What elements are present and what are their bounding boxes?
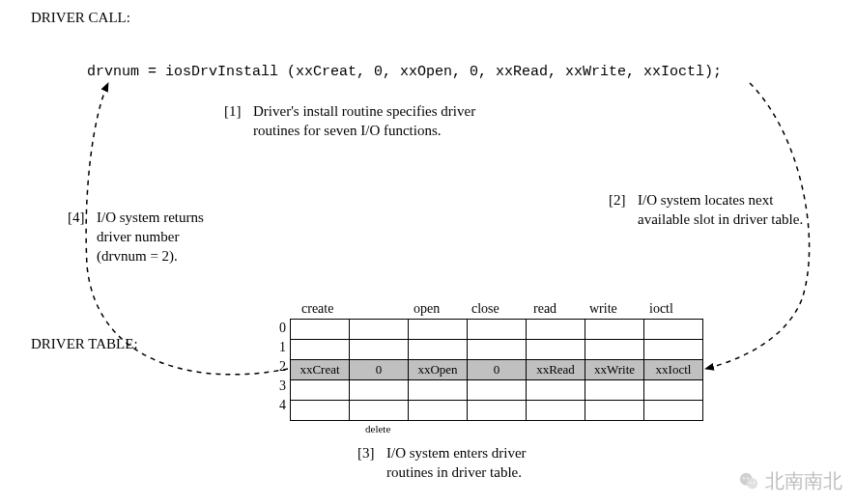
svg-point-1 xyxy=(747,478,757,489)
note-4-line1: I/O system returns xyxy=(97,209,204,227)
cell-close: 0 xyxy=(468,360,527,380)
col-header-create: create xyxy=(301,301,333,317)
cell-create: xxCreat xyxy=(291,360,350,380)
row-header-0: 0 xyxy=(272,321,286,336)
col-header-open: open xyxy=(414,301,440,317)
row-header-3: 3 xyxy=(272,378,286,394)
col-header-ioctl: ioctl xyxy=(649,301,673,317)
row-header-4: 4 xyxy=(272,398,286,413)
col-header-read: read xyxy=(533,301,556,317)
cell-open: xxOpen xyxy=(409,360,468,380)
note-2-tag: [2] xyxy=(609,191,626,210)
note-4-tag: [4] xyxy=(68,209,85,227)
note-4-line2: driver number xyxy=(97,228,179,246)
col-header-close: close xyxy=(471,301,499,317)
row-header-2: 2 xyxy=(272,359,286,375)
section-title-driver-table: DRIVER TABLE: xyxy=(31,336,138,352)
watermark-text: 北南南北 xyxy=(765,468,842,494)
svg-point-4 xyxy=(750,482,752,484)
note-3-line2: routines in driver table. xyxy=(386,463,522,482)
wechat-icon xyxy=(738,471,759,492)
col-header-write: write xyxy=(589,301,617,317)
cell-write: xxWrite xyxy=(585,360,644,380)
driver-table: xxCreat 0 xxOpen 0 xxRead xxWrite xxIoct… xyxy=(290,319,703,421)
note-2-line2: available slot in driver table. xyxy=(638,210,803,229)
note-4-line3: (drvnum = 2). xyxy=(97,247,178,266)
section-title-driver-call: DRIVER CALL: xyxy=(31,10,130,26)
svg-point-3 xyxy=(747,477,749,479)
table-row xyxy=(291,340,703,360)
note-3-line1: I/O system enters driver xyxy=(386,444,527,462)
col-footer-delete: delete xyxy=(365,423,390,434)
table-row xyxy=(291,401,703,421)
note-3-tag: [3] xyxy=(357,444,375,462)
cell-ioctl: xxIoctl xyxy=(644,360,703,380)
svg-point-2 xyxy=(743,477,745,479)
svg-point-5 xyxy=(754,482,756,484)
note-2-line1: I/O system locates next xyxy=(638,191,773,210)
cell-delete: 0 xyxy=(350,360,409,380)
table-row-filled: xxCreat 0 xxOpen 0 xxRead xxWrite xxIoct… xyxy=(291,360,703,380)
table-row xyxy=(291,380,703,401)
note-1-tag: [1] xyxy=(224,102,242,121)
note-1-line2: routines for seven I/O functions. xyxy=(253,122,442,140)
table-row xyxy=(291,320,703,340)
code-line: drvnum = iosDrvInstall (xxCreat, 0, xxOp… xyxy=(87,64,722,80)
watermark: 北南南北 xyxy=(738,468,842,494)
note-1-line1: Driver's install routine specifies drive… xyxy=(253,102,475,121)
cell-read: xxRead xyxy=(527,360,585,380)
row-header-1: 1 xyxy=(272,340,286,355)
